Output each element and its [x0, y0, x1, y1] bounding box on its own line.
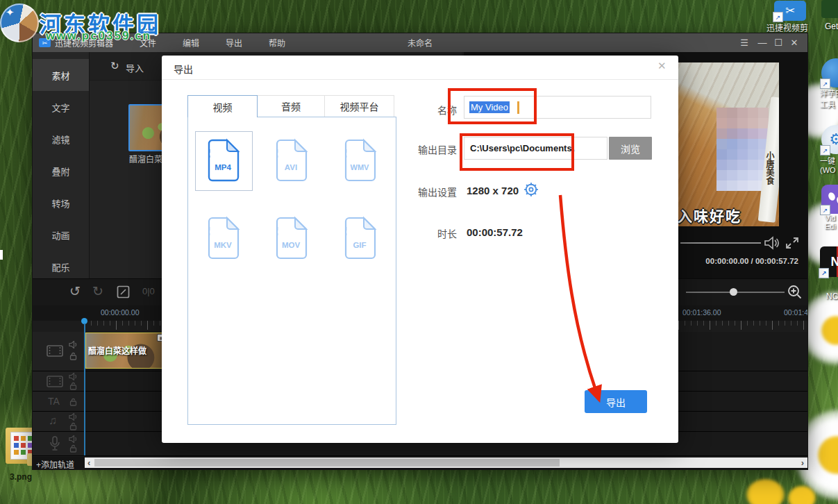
undo-icon[interactable]: ↺	[69, 283, 81, 299]
desktop-icon-label-get: Get	[825, 22, 838, 31]
desktop-icon-nch[interactable]: N ↗	[820, 246, 838, 277]
format-card-wmv[interactable]: WMV	[340, 138, 379, 183]
format-card-avi[interactable]: AVI	[271, 138, 310, 183]
tab-video-platform[interactable]: 视频平台	[325, 95, 394, 117]
desktop-icon-label: 迅捷视频剪	[766, 22, 808, 33]
playhead-line	[84, 324, 85, 455]
ruler-timecode-left: 00:00:00.00	[101, 308, 139, 317]
settings-gear-icon[interactable]	[523, 181, 539, 198]
split-icon[interactable]: 0|0	[142, 286, 155, 296]
scissors-icon: ✂	[785, 3, 795, 18]
zoom-in-icon[interactable]	[787, 284, 803, 301]
timeline-clip[interactable]: 醋溜白菜这样做 ▦	[85, 333, 167, 369]
sidebar-item-material[interactable]: 素材	[33, 59, 89, 91]
track-header-music: ♫	[33, 412, 85, 431]
dialog-close-icon[interactable]: ✕	[657, 60, 667, 72]
format-card-gif[interactable]: GIF	[340, 216, 379, 260]
lock-icon[interactable]	[69, 398, 77, 406]
subtitle-overlay: 入味好吃	[678, 205, 741, 226]
mute-icon[interactable]	[69, 435, 78, 443]
menu-edit[interactable]: 编辑	[183, 37, 199, 49]
label-line: Edi	[825, 222, 838, 230]
format-label: MOV	[282, 241, 301, 249]
label-line: Vid	[825, 214, 838, 222]
redo-icon[interactable]: ↻	[92, 283, 103, 299]
dialog-title: 导出	[174, 62, 193, 76]
lock-icon[interactable]	[69, 382, 77, 390]
lock-icon[interactable]	[69, 422, 77, 430]
duration-value: 00:00:57.72	[467, 226, 523, 238]
browse-button[interactable]: 浏览	[609, 137, 652, 160]
video-track-icon	[47, 345, 63, 357]
import-icon: ↻	[110, 60, 119, 72]
tab-video[interactable]: 视频	[187, 95, 258, 117]
menu-export[interactable]: 导出	[226, 37, 242, 49]
scroll-right-icon[interactable]: ›	[801, 457, 804, 468]
duration-label: 时长	[420, 226, 457, 240]
sidebar-item-overlay[interactable]: 叠附	[33, 155, 89, 187]
ruler-timecode-right-partial: 00:01:4	[784, 308, 807, 317]
screen-edge-artifact	[0, 250, 3, 260]
desktop-icon-cut-off[interactable]	[821, 0, 838, 18]
star-icon: ✦	[6, 6, 15, 19]
track-header-video2	[33, 371, 85, 391]
label-line: (WO	[820, 166, 838, 174]
horizontal-scrollbar[interactable]: ‹ ›	[85, 457, 807, 468]
format-label: WMV	[351, 163, 370, 171]
export-confirm-button[interactable]: 导出	[585, 390, 647, 413]
fullscreen-icon[interactable]	[785, 237, 799, 249]
minimize-icon[interactable]: —	[755, 33, 770, 52]
annotation-box-name-field	[448, 88, 537, 124]
music-track-icon: ♫	[49, 414, 57, 427]
close-icon[interactable]: ✕	[787, 33, 802, 52]
scroll-left-icon[interactable]: ‹	[87, 457, 90, 468]
text-track-icon: TA	[48, 396, 60, 407]
label-line: 洋芋田	[820, 87, 838, 99]
sidebar: 素材 文字 滤镜 叠附 转场 动画 配乐	[33, 52, 90, 278]
format-label: MP4	[215, 163, 231, 171]
desktop-icon-video-trim[interactable]: ✂ ↗	[774, 1, 806, 21]
track-header-video1	[33, 332, 85, 371]
clip-overlay-text: 醋溜白菜这样做	[88, 344, 146, 356]
shortcut-badge-icon: ↗	[820, 145, 830, 156]
edit-icon[interactable]	[117, 285, 130, 299]
export-dialog: 导出 ✕ 视频 音频 视频平台 MP4 AVI	[162, 56, 678, 443]
mute-icon[interactable]	[69, 413, 78, 421]
site-watermark-logo: ✦	[0, 3, 39, 42]
import-button[interactable]: 导入	[126, 61, 144, 74]
desktop-icon-label: 一键 (WO	[820, 155, 838, 174]
add-track-button[interactable]: +添加轨道	[36, 458, 74, 469]
format-panel: MP4 AVI WMV MKV	[187, 117, 396, 425]
desktop-icon-label: 洋芋田 工具	[820, 87, 838, 110]
zoom-slider-handle[interactable]	[730, 288, 737, 296]
scrollbar-thumb[interactable]	[94, 459, 560, 467]
sidebar-item-transition[interactable]: 转场	[33, 187, 89, 219]
resolution-value: 1280 x 720	[467, 185, 519, 196]
window-menu-icon[interactable]: ☰	[737, 33, 752, 52]
mute-icon[interactable]	[69, 341, 78, 348]
maximize-icon[interactable]: ☐	[771, 33, 786, 52]
ruler-timecode-right: 00:01:36.00	[682, 308, 721, 317]
lock-icon[interactable]	[69, 444, 77, 453]
watermark-vertical-text: 小唐美食	[764, 151, 776, 185]
track-header-text: TA	[33, 392, 85, 411]
sidebar-item-animation[interactable]: 动画	[33, 219, 89, 251]
volume-icon[interactable]	[764, 236, 780, 250]
site-watermark-url: www.pc0359.cn	[46, 29, 151, 43]
mute-icon[interactable]	[69, 373, 78, 380]
video-track-icon	[47, 376, 63, 387]
sidebar-item-text[interactable]: 文字	[33, 91, 89, 123]
desktop-icon-video-editor[interactable]: ↗	[821, 185, 838, 214]
shortcut-badge-icon: ↗	[773, 12, 783, 22]
menu-help[interactable]: 帮助	[269, 37, 285, 49]
project-title: 未命名	[408, 37, 433, 49]
format-card-mov[interactable]: MOV	[271, 216, 310, 260]
dialog-separator	[162, 79, 678, 80]
lock-icon[interactable]	[69, 352, 77, 360]
mosaic-blur-region	[717, 108, 727, 118]
format-card-mkv[interactable]: MKV	[203, 216, 242, 260]
format-card-mp4[interactable]: MP4	[203, 138, 242, 183]
tab-audio[interactable]: 音频	[258, 95, 325, 117]
seek-bar[interactable]	[680, 242, 761, 244]
sidebar-item-filter[interactable]: 滤镜	[33, 123, 89, 155]
